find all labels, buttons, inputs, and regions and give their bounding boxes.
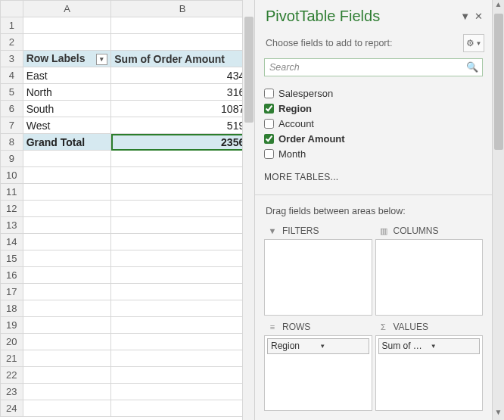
cell[interactable]: 5190 (111, 117, 254, 134)
cell[interactable] (111, 250, 254, 267)
row-header[interactable]: 7 (1, 117, 23, 134)
cell[interactable] (111, 267, 254, 284)
more-tables-link[interactable]: MORE TABLES... (255, 166, 492, 191)
area-field-chip[interactable]: Region▼ (267, 338, 369, 354)
area-field-chip[interactable]: Sum of Order Amo...▼ (378, 338, 481, 354)
cell[interactable]: 10875 (111, 101, 254, 117)
cell[interactable] (111, 300, 254, 317)
row-header[interactable]: 9 (1, 151, 23, 167)
row-header[interactable]: 3 (1, 51, 23, 67)
cell[interactable] (23, 400, 111, 417)
cell[interactable] (111, 384, 254, 400)
cell[interactable] (111, 317, 254, 334)
field-item[interactable]: Account (264, 116, 483, 131)
field-search-input[interactable] (264, 58, 483, 76)
cell[interactable]: North (23, 84, 111, 101)
cell[interactable]: Row Labels▾ (23, 51, 111, 67)
cell[interactable] (111, 334, 254, 350)
field-checkbox[interactable] (264, 104, 274, 114)
cell[interactable] (111, 34, 254, 51)
row-header[interactable]: 16 (1, 267, 23, 284)
field-checkbox[interactable] (264, 134, 274, 144)
field-item[interactable]: Order Amount (264, 131, 483, 146)
cell[interactable] (111, 234, 254, 250)
cell[interactable] (23, 284, 111, 300)
spreadsheet-grid[interactable]: AB123Row Labels▾Sum of Order Amount4East… (0, 0, 254, 417)
active-cell[interactable]: 23565 (111, 134, 254, 151)
field-checkbox[interactable] (264, 89, 274, 98)
row-header[interactable]: 14 (1, 234, 23, 250)
row-header[interactable]: 8 (1, 134, 23, 151)
cell[interactable] (23, 250, 111, 267)
row-header[interactable]: 19 (1, 317, 23, 334)
cell[interactable]: South (23, 101, 111, 117)
cell[interactable] (111, 400, 254, 417)
field-item[interactable]: Region (264, 101, 483, 116)
cell[interactable] (23, 234, 111, 250)
grid-vertical-scrollbar[interactable] (242, 0, 254, 420)
scrollbar-thumb[interactable] (494, 14, 503, 150)
cell[interactable] (23, 267, 111, 284)
cell[interactable] (111, 184, 254, 201)
field-item[interactable]: Month (264, 146, 483, 161)
cell[interactable] (23, 300, 111, 317)
cell[interactable] (23, 151, 111, 167)
cell[interactable] (23, 317, 111, 334)
row-labels-filter-button[interactable]: ▾ (96, 54, 107, 65)
row-header[interactable]: 4 (1, 67, 23, 84)
cell[interactable] (23, 367, 111, 384)
cell[interactable] (23, 217, 111, 234)
cell[interactable] (111, 167, 254, 184)
close-icon[interactable]: ✕ (474, 11, 483, 22)
cell[interactable]: Grand Total (23, 134, 111, 151)
row-header[interactable]: 12 (1, 201, 23, 217)
cell[interactable] (23, 350, 111, 367)
row-header[interactable]: 20 (1, 334, 23, 350)
row-header[interactable]: 24 (1, 400, 23, 417)
row-header[interactable]: 17 (1, 284, 23, 300)
row-header[interactable]: 22 (1, 367, 23, 384)
cell[interactable] (111, 350, 254, 367)
row-header[interactable]: 21 (1, 350, 23, 367)
cell[interactable] (23, 167, 111, 184)
cell[interactable] (111, 367, 254, 384)
column-header[interactable]: A (23, 1, 111, 17)
cell[interactable] (111, 17, 254, 34)
cell[interactable] (23, 384, 111, 400)
cell[interactable] (23, 201, 111, 217)
select-all-corner[interactable] (1, 1, 23, 17)
row-header[interactable]: 23 (1, 384, 23, 400)
row-header[interactable]: 2 (1, 34, 23, 51)
cell[interactable] (111, 201, 254, 217)
cell[interactable]: East (23, 67, 111, 84)
cell[interactable] (111, 217, 254, 234)
row-header[interactable]: 5 (1, 84, 23, 101)
row-header[interactable]: 13 (1, 217, 23, 234)
cell[interactable]: Sum of Order Amount (111, 51, 254, 67)
cell[interactable] (23, 34, 111, 51)
cell[interactable] (23, 17, 111, 34)
values-dropzone[interactable]: Sum of Order Amo...▼ (375, 335, 484, 412)
row-header[interactable]: 15 (1, 250, 23, 267)
cell[interactable]: 3160 (111, 84, 254, 101)
column-header[interactable]: B (111, 1, 254, 17)
field-item[interactable]: Salesperson (264, 86, 483, 101)
row-header[interactable]: 11 (1, 184, 23, 201)
row-header[interactable]: 18 (1, 300, 23, 317)
caret-down-icon[interactable]: ▼ (460, 11, 470, 22)
cell[interactable] (23, 334, 111, 350)
scrollbar-thumb[interactable] (244, 17, 254, 123)
row-header[interactable]: 6 (1, 101, 23, 117)
cell[interactable] (23, 184, 111, 201)
cell[interactable]: 4340 (111, 67, 254, 84)
cell[interactable] (111, 151, 254, 167)
scroll-down-arrow[interactable]: ▼ (493, 408, 504, 420)
cell[interactable]: West (23, 117, 111, 134)
pane-settings-button[interactable]: ⚙ ▼ (463, 34, 484, 52)
columns-dropzone[interactable] (375, 239, 484, 316)
filters-dropzone[interactable] (264, 239, 372, 316)
row-header[interactable]: 10 (1, 167, 23, 184)
pane-vertical-scrollbar[interactable]: ▲ ▼ (492, 0, 504, 420)
row-header[interactable]: 1 (1, 17, 23, 34)
rows-dropzone[interactable]: Region▼ (264, 335, 372, 412)
